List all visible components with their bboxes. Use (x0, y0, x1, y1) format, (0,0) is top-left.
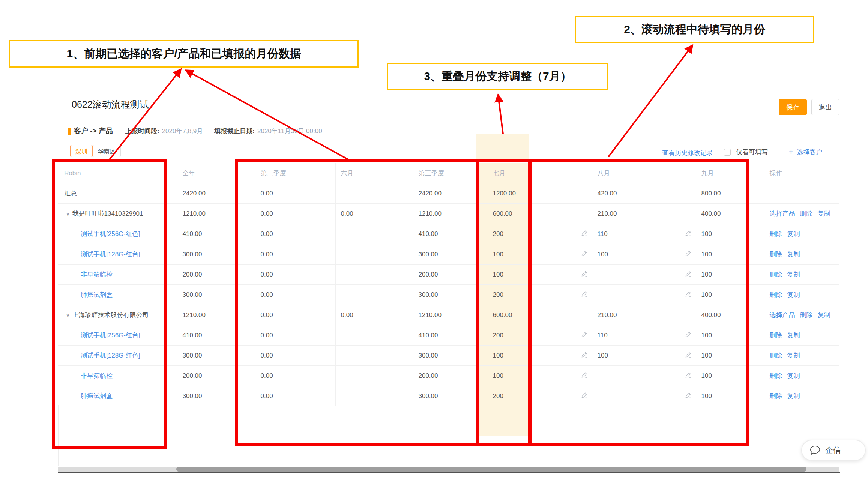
edit-pencil-icon[interactable] (581, 271, 587, 277)
collapse-caret-icon[interactable]: ∨ (66, 211, 70, 217)
cell-q2: 0.00 (255, 183, 335, 204)
cell-gap (748, 204, 764, 224)
cell-year: 300.00 (177, 244, 255, 265)
action-link[interactable]: 复制 (787, 332, 800, 339)
cell-q2: 0.00 (255, 224, 335, 244)
action-link[interactable]: 复制 (818, 311, 830, 319)
edit-pencil-icon[interactable] (581, 372, 587, 378)
cell-gap (748, 346, 764, 366)
product-name-link[interactable]: 测试手机[128G-红色] (64, 250, 140, 259)
edit-pencil-icon[interactable] (685, 230, 691, 236)
editable-cell-aug[interactable] (592, 366, 671, 386)
action-link[interactable]: 删除 (770, 332, 782, 339)
exit-button[interactable]: 退出 (811, 99, 839, 115)
edit-pencil-icon[interactable] (581, 230, 587, 236)
select-customer-button[interactable]: + 选择客户 (789, 148, 823, 156)
edit-pencil-icon[interactable] (581, 291, 587, 297)
action-link[interactable]: 删除 (770, 230, 782, 237)
cell-name: 肺癌试剂盒 (58, 386, 177, 406)
product-name-link[interactable]: 测试手机[128G-红色] (64, 351, 140, 360)
editable-cell-jul[interactable]: 200 (478, 386, 529, 406)
cell-editAug (529, 325, 592, 346)
only-editable-checkbox[interactable] (724, 149, 731, 156)
action-link[interactable]: 复制 (818, 210, 830, 217)
product-name-link[interactable]: 测试手机[256G-红色] (64, 331, 140, 340)
save-button[interactable]: 保存 (779, 99, 807, 115)
action-link[interactable]: 删除 (770, 372, 782, 379)
action-link[interactable]: 删除 (800, 210, 813, 217)
cell-name: 非早筛临检 (58, 366, 177, 386)
editable-cell-jul[interactable]: 200 (478, 325, 529, 346)
view-history-link[interactable]: 查看历史修改记录 (662, 149, 713, 157)
editable-cell-jul[interactable]: 100 (478, 366, 529, 386)
editable-cell-aug[interactable] (592, 386, 671, 406)
tab-shenzhen[interactable]: 深圳 (70, 145, 93, 157)
tab-huananqu[interactable]: 华南区 (92, 145, 121, 157)
editable-cell-jul[interactable]: 100 (478, 265, 529, 285)
action-link[interactable]: 复制 (787, 230, 800, 237)
chat-pill-button[interactable]: 企信 (801, 440, 866, 461)
action-link[interactable]: 删除 (770, 251, 782, 258)
edit-pencil-icon[interactable] (581, 250, 587, 257)
action-link[interactable]: 选择产品 (770, 311, 795, 319)
editable-cell-aug[interactable]: 110 (592, 325, 671, 346)
editable-cell-aug[interactable]: 100 (592, 244, 671, 265)
cell-year: 410.00 (177, 224, 255, 244)
edit-pencil-icon[interactable] (685, 372, 691, 378)
edit-pencil-icon[interactable] (581, 392, 587, 398)
editable-cell-sep[interactable]: 100 (696, 346, 748, 366)
cell-jul: 1200.00 (478, 183, 529, 204)
editable-cell-sep[interactable]: 100 (696, 386, 748, 406)
action-link[interactable]: 删除 (770, 271, 782, 278)
action-link[interactable]: 复制 (787, 392, 800, 400)
action-link[interactable]: 删除 (770, 352, 782, 359)
editable-cell-aug[interactable]: 100 (592, 346, 671, 366)
product-name-link[interactable]: 测试手机[256G-红色] (64, 230, 140, 238)
editable-cell-aug[interactable] (592, 285, 671, 305)
cell-editAug (529, 386, 592, 406)
cell-q3: 410.00 (413, 325, 478, 346)
edit-pencil-icon[interactable] (685, 392, 691, 398)
editable-cell-sep[interactable]: 100 (696, 224, 748, 244)
cell-q3: 200.00 (413, 265, 478, 285)
action-link[interactable]: 复制 (787, 271, 800, 278)
cell-q2: 0.00 (255, 346, 335, 366)
edit-pencil-icon[interactable] (685, 271, 691, 277)
editable-cell-sep[interactable]: 100 (696, 285, 748, 305)
editable-cell-sep[interactable]: 100 (696, 244, 748, 265)
cell-aug: 210.00 (592, 204, 671, 224)
product-name-link[interactable]: 肺癌试剂盒 (64, 392, 113, 400)
edit-pencil-icon[interactable] (685, 352, 691, 358)
action-link[interactable]: 复制 (787, 352, 800, 359)
action-link[interactable]: 复制 (787, 251, 800, 258)
cell-name: 测试手机[256G-红色] (58, 325, 177, 346)
accent-bar (68, 128, 71, 135)
editable-cell-sep[interactable]: 100 (696, 366, 748, 386)
edit-pencil-icon[interactable] (685, 331, 691, 338)
product-name-link[interactable]: 非早筛临检 (64, 371, 113, 380)
editable-cell-aug[interactable] (592, 265, 671, 285)
editable-cell-jul[interactable]: 200 (478, 285, 529, 305)
action-link[interactable]: 删除 (770, 291, 782, 298)
editable-cell-jul[interactable]: 100 (478, 346, 529, 366)
editable-cell-jul[interactable]: 100 (478, 244, 529, 265)
horizontal-scrollbar-thumb[interactable] (176, 467, 806, 472)
action-link[interactable]: 复制 (787, 372, 800, 379)
action-link[interactable]: 复制 (787, 291, 800, 298)
edit-pencil-icon[interactable] (685, 250, 691, 257)
editable-cell-sep[interactable]: 100 (696, 325, 748, 346)
editable-cell-sep[interactable]: 100 (696, 265, 748, 285)
action-link[interactable]: 删除 (770, 392, 782, 400)
product-name-link[interactable]: 肺癌试剂盒 (64, 290, 113, 299)
edit-pencil-icon[interactable] (581, 352, 587, 358)
editable-cell-jul[interactable]: 200 (478, 224, 529, 244)
editable-cell-aug[interactable]: 110 (592, 224, 671, 244)
action-link[interactable]: 删除 (800, 311, 813, 319)
cell-ops: 删除复制 (764, 325, 839, 346)
table-row-product: 测试手机[128G-红色]300.000.00300.00100100100删除… (58, 346, 839, 366)
edit-pencil-icon[interactable] (685, 291, 691, 297)
collapse-caret-icon[interactable]: ∨ (66, 313, 70, 318)
product-name-link[interactable]: 非早筛临检 (64, 270, 113, 279)
action-link[interactable]: 选择产品 (770, 210, 795, 217)
edit-pencil-icon[interactable] (581, 331, 587, 338)
